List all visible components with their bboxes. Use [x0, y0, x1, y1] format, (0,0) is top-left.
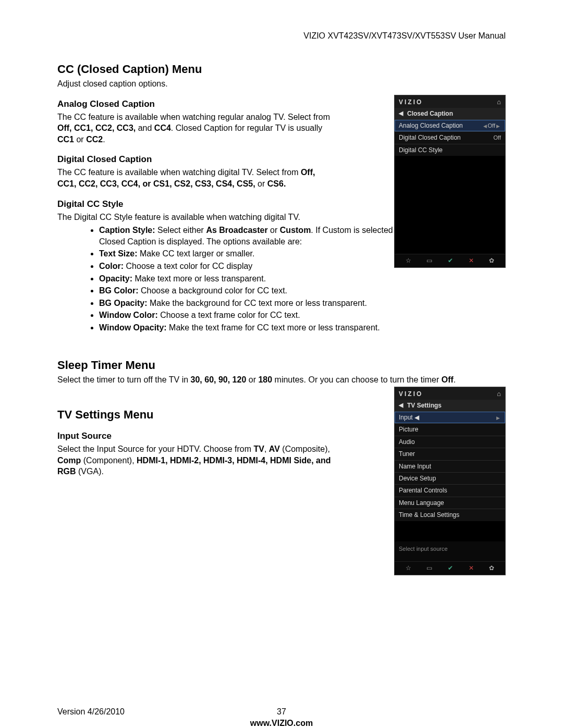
via-icon[interactable]: ✔: [448, 564, 453, 572]
row-label: Digital CC Style: [399, 146, 443, 154]
back-icon[interactable]: ◀: [399, 110, 403, 117]
osd-row-picture[interactable]: Picture: [395, 423, 505, 435]
chevron-left-icon: ◀: [414, 414, 419, 421]
osd-row-digital-cc-style[interactable]: Digital CC Style: [395, 144, 505, 156]
chevron-right-icon: ▶: [496, 415, 500, 421]
osd-row-parental[interactable]: Parental Controls: [395, 484, 505, 496]
home-icon[interactable]: ⌂: [497, 390, 501, 398]
opt-window-color: Window Color: Choose a text frame color …: [99, 310, 506, 321]
opt-window-opacity: Window Opacity: Make the text frame for …: [99, 322, 506, 334]
row-label: Device Setup: [399, 475, 436, 482]
opt-bg-opacity: BG Opacity: Make the background for CC t…: [99, 298, 506, 309]
digital-cc-style-heading: Digital CC Style: [57, 199, 334, 209]
osd-row-name-input[interactable]: Name Input: [395, 460, 505, 472]
chevron-right-icon: ▶: [496, 124, 500, 129]
star-icon[interactable]: ☆: [406, 564, 411, 572]
digital-cc-style-intro: The Digital CC Style feature is availabl…: [57, 212, 334, 223]
analog-cc-heading: Analog Closed Caption: [57, 99, 334, 109]
row-label: Parental Controls: [399, 487, 447, 494]
home-icon[interactable]: ⌂: [497, 98, 501, 106]
close-icon[interactable]: ✕: [469, 564, 474, 572]
via-icon[interactable]: ✔: [448, 257, 453, 264]
cc-icon[interactable]: ▭: [426, 564, 432, 572]
gear-icon[interactable]: ✿: [489, 257, 494, 264]
star-icon[interactable]: ☆: [406, 257, 411, 264]
osd-tv-settings: VIZIO ⌂ ◀ TV Settings Input ◀ ▶ Picture …: [394, 387, 506, 575]
osd-row-analog-cc[interactable]: Analog Closed Caption ◀Off▶: [395, 119, 505, 131]
footer-page-number: 37: [57, 707, 506, 717]
row-label: Picture: [399, 426, 418, 433]
opt-opacity: Opacity: Make text more or less transpar…: [99, 273, 506, 285]
cc-intro: Adjust closed caption options.: [57, 78, 506, 90]
input-source-heading: Input Source: [57, 431, 334, 441]
row-label: Time & Local Settings: [399, 511, 459, 519]
doc-header: VIZIO XVT423SV/XVT473SV/XVT553SV User Ma…: [303, 31, 506, 41]
osd-brand: VIZIO: [399, 390, 423, 398]
osd-title: Closed Caption: [407, 110, 453, 117]
row-label: Name Input: [399, 463, 431, 470]
footer-url: www.VIZIO.com: [57, 719, 506, 728]
row-label: Digital Closed Caption: [399, 134, 461, 141]
row-label: Menu Language: [399, 499, 444, 507]
sleep-timer-heading: Sleep Timer Menu: [57, 359, 506, 372]
osd-row-digital-cc[interactable]: Digital Closed Caption Off: [395, 131, 505, 143]
row-label: Tuner: [399, 450, 415, 458]
back-icon[interactable]: ◀: [399, 402, 403, 409]
osd-title: TV Settings: [407, 402, 442, 409]
close-icon[interactable]: ✕: [469, 257, 474, 264]
chevron-left-icon: ◀: [483, 124, 487, 129]
row-label: Analog Closed Caption: [399, 122, 463, 129]
osd-row-input[interactable]: Input ◀ ▶: [395, 411, 505, 423]
row-label: Input ◀: [399, 414, 419, 421]
osd-row-time-local[interactable]: Time & Local Settings: [395, 509, 505, 521]
cc-heading: CC (Closed Caption) Menu: [57, 63, 506, 76]
analog-cc-text: The CC feature is available when watchin…: [57, 112, 334, 145]
osd-hint: Select input source: [395, 541, 505, 561]
digital-cc-text: The CC feature is available when watchin…: [57, 167, 334, 189]
opt-bg-color: BG Color: Choose a background color for …: [99, 285, 506, 297]
osd-row-audio[interactable]: Audio: [395, 436, 505, 448]
osd-row-tuner[interactable]: Tuner: [395, 448, 505, 460]
osd-row-menu-lang[interactable]: Menu Language: [395, 497, 505, 509]
input-source-text: Select the Input Source for your HDTV. C…: [57, 443, 334, 477]
osd-bottom-icons: ☆ ▭ ✔ ✕ ✿: [395, 254, 505, 267]
cc-icon[interactable]: ▭: [426, 257, 432, 264]
osd-bottom-icons: ☆ ▭ ✔ ✕ ✿: [395, 561, 505, 575]
row-label: Audio: [399, 438, 415, 446]
digital-cc-heading: Digital Closed Caption: [57, 154, 334, 165]
osd-row-device-setup[interactable]: Device Setup: [395, 472, 505, 484]
osd-brand: VIZIO: [399, 98, 423, 106]
osd-closed-caption: VIZIO ⌂ ◀ Closed Caption Analog Closed C…: [394, 95, 506, 268]
sleep-timer-text: Select the timer to turn off the TV in 3…: [57, 374, 506, 386]
gear-icon[interactable]: ✿: [489, 564, 494, 572]
